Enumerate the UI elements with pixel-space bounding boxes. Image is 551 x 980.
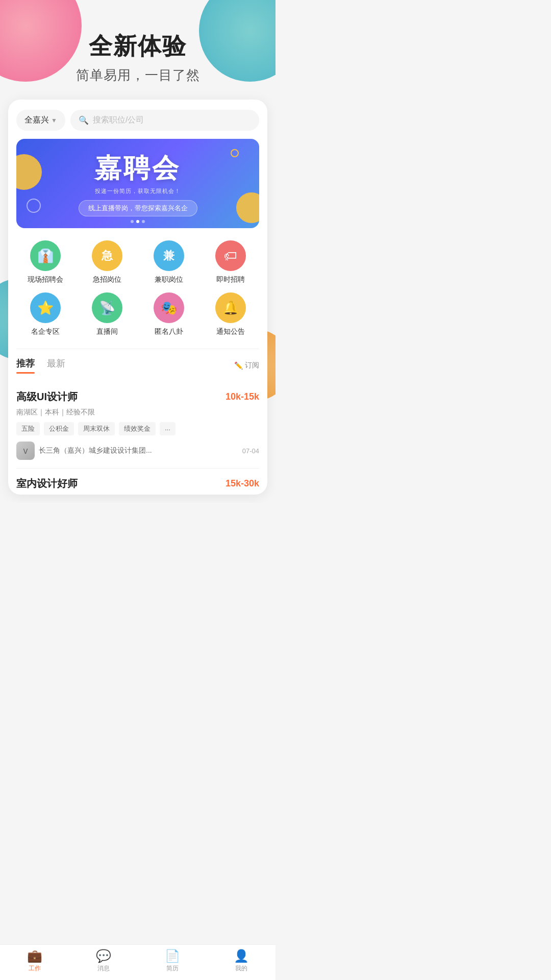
- tab-section: 推荐 最新 ✏️ 订阅 高级UI设计师 10k-15k 南湖区｜本科｜经验不限 …: [16, 349, 259, 495]
- banner-dot-3: [142, 220, 145, 223]
- icon-item-live[interactable]: 📡 直播间: [78, 292, 136, 336]
- icon-circle-gossip: 🎭: [154, 292, 184, 323]
- search-bar: 全嘉兴 ▼ 🔍 搜索职位/公司: [16, 110, 259, 131]
- company-info-1: v 长三角（嘉兴）城乡建设设计集团...: [16, 442, 152, 460]
- icon-label-gossip: 匿名八卦: [155, 327, 183, 336]
- subscribe-label: 订阅: [245, 361, 259, 370]
- icon-circle-famous: ⭐: [30, 292, 61, 323]
- icon-circle-notice: 🔔: [215, 292, 246, 323]
- company-logo-1: v: [16, 442, 35, 460]
- icon-circle-instant: 🏷: [215, 240, 246, 271]
- post-date-1: 07-04: [242, 447, 259, 455]
- banner-small-text: 投递一份简历，获取无限机会！: [95, 187, 181, 195]
- header-section: 全新体验 简单易用，一目了然: [0, 0, 276, 100]
- header-title: 全新体验: [10, 31, 265, 62]
- job-tags-1: 五险 公积金 周末双休 绩效奖金 ...: [16, 422, 259, 435]
- icon-label-urgent: 急招岗位: [93, 275, 121, 284]
- icon-circle-recruitment: 👔: [30, 240, 61, 271]
- banner-dot-2: [136, 220, 139, 223]
- job-title-1: 高级UI设计师: [16, 390, 78, 404]
- company-name-1: 长三角（嘉兴）城乡建设设计集团...: [39, 446, 152, 455]
- icon-item-part-time[interactable]: 兼 兼职岗位: [140, 240, 197, 284]
- job-company-row-1: v 长三角（嘉兴）城乡建设设计集团... 07-04: [16, 442, 259, 460]
- icon-circle-urgent: 急: [92, 240, 122, 271]
- icon-label-live: 直播间: [96, 327, 118, 336]
- tab-subscribe[interactable]: ✏️ 订阅: [234, 361, 259, 370]
- main-card: 全嘉兴 ▼ 🔍 搜索职位/公司 嘉聘会 投递一份简历，获取无限机会！ 线上直播带…: [8, 100, 267, 495]
- edit-icon: ✏️: [234, 361, 243, 370]
- icon-item-famous[interactable]: ⭐ 名企专区: [16, 292, 74, 336]
- chevron-down-icon: ▼: [51, 117, 57, 124]
- tag-wuxian: 五险: [16, 422, 40, 435]
- search-input-box[interactable]: 🔍 搜索职位/公司: [70, 110, 259, 131]
- location-text: 全嘉兴: [24, 115, 49, 126]
- search-icon: 🔍: [79, 115, 89, 125]
- icon-label-instant: 即时招聘: [216, 275, 245, 284]
- icon-item-gossip[interactable]: 🎭 匿名八卦: [140, 292, 197, 336]
- icon-item-recruitment-fair[interactable]: 👔 现场招聘会: [16, 240, 74, 284]
- tag-gongjijin: 公积金: [44, 422, 74, 435]
- banner-dots: [131, 220, 145, 223]
- header-subtitle: 简单易用，一目了然: [10, 66, 265, 84]
- tag-bonus: 绩效奖金: [119, 422, 156, 435]
- job-card-2-preview[interactable]: 室内设计好师 15k-30k: [16, 469, 259, 495]
- banner-tag: 线上直播带岗，带您探索嘉兴名企: [79, 200, 197, 216]
- job-header-1: 高级UI设计师 10k-15k: [16, 390, 259, 404]
- job-salary-1: 10k-15k: [226, 391, 259, 402]
- icon-label-notice: 通知公告: [216, 327, 245, 336]
- location-button[interactable]: 全嘉兴 ▼: [16, 110, 65, 131]
- tab-bar: 推荐 最新 ✏️ 订阅: [16, 357, 259, 374]
- job-info-1: 南湖区｜本科｜经验不限: [16, 408, 259, 417]
- tab-latest[interactable]: 最新: [47, 357, 65, 374]
- banner[interactable]: 嘉聘会 投递一份简历，获取无限机会！ 线上直播带岗，带您探索嘉兴名企: [16, 139, 259, 228]
- tab-recommended[interactable]: 推荐: [16, 357, 35, 374]
- icon-item-notice[interactable]: 🔔 通知公告: [202, 292, 259, 336]
- banner-content: 嘉聘会 投递一份简历，获取无限机会！ 线上直播带岗，带您探索嘉兴名企: [16, 139, 259, 228]
- job-header-preview: 室内设计好师 15k-30k: [16, 477, 259, 491]
- company-logo-inner-1: v: [16, 442, 35, 460]
- icon-grid: 👔 现场招聘会 急 急招岗位 兼 兼职岗位 🏷 即时招聘 ⭐ 名企专区 📡 直播…: [16, 240, 259, 349]
- icon-label-famous: 名企专区: [31, 327, 60, 336]
- icon-label-recruitment: 现场招聘会: [28, 275, 63, 284]
- icon-circle-live: 📡: [92, 292, 122, 323]
- tag-more: ...: [160, 422, 176, 435]
- tag-weekend: 周末双休: [78, 422, 115, 435]
- icon-circle-parttime: 兼: [154, 240, 184, 271]
- search-placeholder: 搜索职位/公司: [93, 115, 144, 126]
- icon-label-parttime: 兼职岗位: [155, 275, 183, 284]
- banner-dot-1: [131, 220, 134, 223]
- job-salary-preview: 15k-30k: [226, 478, 259, 489]
- job-card-1[interactable]: 高级UI设计师 10k-15k 南湖区｜本科｜经验不限 五险 公积金 周末双休 …: [16, 382, 259, 469]
- banner-title: 嘉聘会: [95, 151, 181, 186]
- icon-item-instant-hire[interactable]: 🏷 即时招聘: [202, 240, 259, 284]
- icon-item-urgent-jobs[interactable]: 急 急招岗位: [78, 240, 136, 284]
- job-title-preview: 室内设计好师: [16, 477, 78, 491]
